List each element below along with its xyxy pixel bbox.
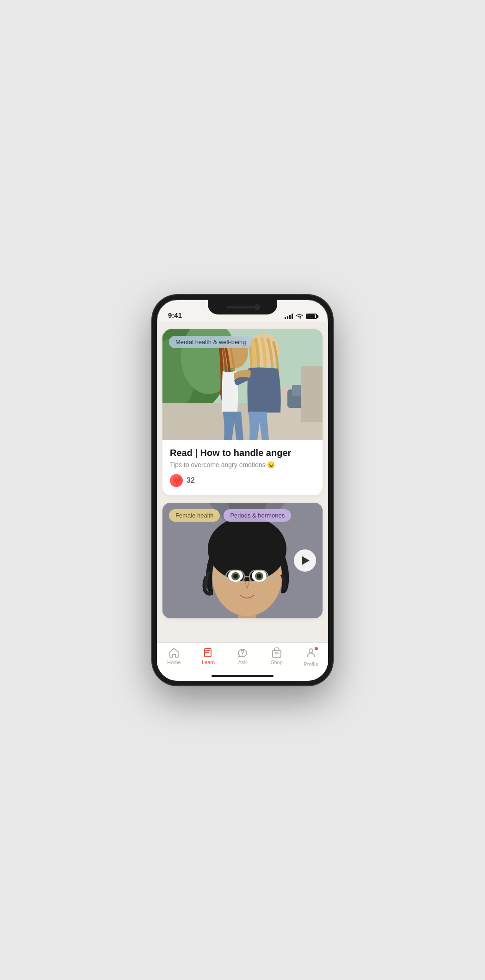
card-subtitle-mental-health: Tips to overcome angry emotions 😠 xyxy=(170,461,315,468)
card-image-mental-health: Mental health & well-being xyxy=(162,329,323,440)
mental-health-tag: Mental health & well-being xyxy=(169,336,252,348)
tab-home[interactable]: Home xyxy=(160,647,188,665)
shop-icon xyxy=(271,647,282,658)
card-reactions: ❤️ 32 xyxy=(170,474,315,487)
phone-notch xyxy=(208,300,277,314)
status-icons xyxy=(285,314,317,319)
home-icon xyxy=(168,647,180,658)
svg-point-18 xyxy=(233,574,238,579)
battery-icon xyxy=(306,314,317,319)
friends-photo: Mental health & well-being xyxy=(162,329,323,440)
wifi-icon xyxy=(296,314,303,319)
tab-learn[interactable]: Learn xyxy=(194,647,222,665)
tab-shop-label: Shop xyxy=(271,659,283,665)
tab-ask-label: Ask xyxy=(238,659,247,665)
svg-rect-26 xyxy=(275,652,278,654)
notch-camera xyxy=(255,304,260,310)
svg-point-15 xyxy=(208,517,286,581)
female-health-tag: Female health xyxy=(169,509,220,522)
video-tags: Female health Periods & hormones xyxy=(169,509,291,522)
mental-health-card[interactable]: Mental health & well-being Read | How to… xyxy=(162,329,323,495)
notch-speaker xyxy=(227,306,255,308)
video-card[interactable]: Female health Periods & hormones xyxy=(162,503,323,618)
svg-point-27 xyxy=(309,649,313,653)
play-button[interactable] xyxy=(294,549,316,572)
card-body-mental-health: Read | How to handle anger Tips to overc… xyxy=(162,440,323,495)
tab-profile[interactable]: Profile xyxy=(297,647,325,667)
tab-profile-label: Profile xyxy=(304,661,318,667)
profile-notification-dot xyxy=(314,647,318,651)
tab-home-label: Home xyxy=(167,659,180,665)
tab-shop[interactable]: Shop xyxy=(263,647,291,665)
status-time: 9:41 xyxy=(168,311,182,319)
ask-icon xyxy=(237,647,248,658)
screen-content[interactable]: Mental health & well-being Read | How to… xyxy=(157,322,328,642)
tab-learn-label: Learn xyxy=(202,659,215,665)
svg-point-21 xyxy=(257,574,261,579)
reaction-heart-icon: ❤️ xyxy=(170,474,183,487)
signal-icon xyxy=(285,314,293,319)
reaction-count: 32 xyxy=(187,476,195,485)
svg-rect-8 xyxy=(301,366,323,422)
home-indicator xyxy=(211,675,274,677)
learn-icon xyxy=(203,647,214,658)
card-title-mental-health: Read | How to handle anger xyxy=(170,448,315,458)
profile-tab-icon-wrapper xyxy=(305,647,317,659)
periods-hormones-tag: Periods & hormones xyxy=(224,509,291,522)
video-card-image: Female health Periods & hormones xyxy=(162,503,323,618)
play-triangle-icon xyxy=(302,556,310,565)
phone-shell: 9:41 xyxy=(152,295,333,685)
tab-ask[interactable]: Ask xyxy=(229,647,256,665)
